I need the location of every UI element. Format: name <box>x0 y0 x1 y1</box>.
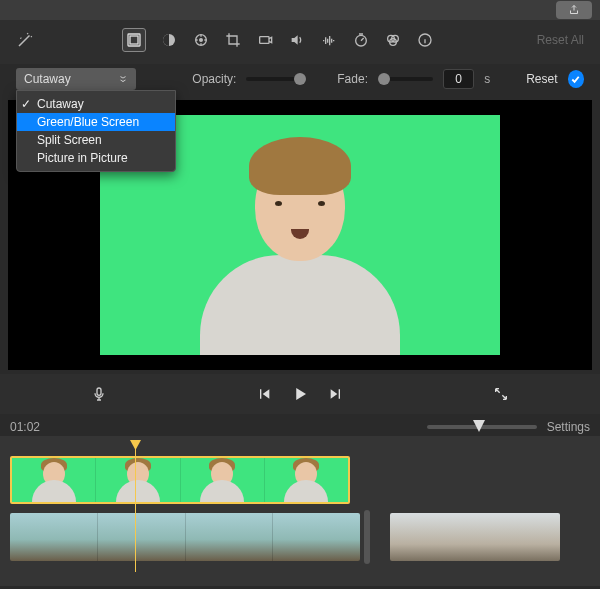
previous-icon[interactable] <box>255 385 273 403</box>
overlay-track <box>10 456 590 504</box>
timeline <box>0 436 600 586</box>
overlay-mode-dropdown: ✓ Cutaway Green/Blue Screen Split Screen… <box>16 90 176 172</box>
inspector-toolbar: Reset All <box>0 20 600 64</box>
reset-all-button[interactable]: Reset All <box>537 33 584 47</box>
fade-slider[interactable] <box>378 77 433 81</box>
noise-eq-icon[interactable] <box>320 31 338 49</box>
color-correction-icon[interactable] <box>192 31 210 49</box>
magic-wand-icon[interactable] <box>16 31 34 49</box>
speed-icon[interactable] <box>352 31 370 49</box>
crop-icon[interactable] <box>224 31 242 49</box>
reset-button[interactable]: Reset <box>526 72 557 86</box>
clip-divider-handle[interactable] <box>364 510 370 564</box>
opacity-slider[interactable] <box>246 77 301 81</box>
opacity-label: Opacity: <box>192 72 236 86</box>
svg-rect-5 <box>260 37 269 44</box>
overlay-controls: Cutaway ✓ Cutaway Green/Blue Screen Spli… <box>0 64 600 100</box>
timeline-ruler: 01:02 Settings <box>0 414 600 436</box>
overlay-settings-icon[interactable] <box>122 28 146 52</box>
preview-subject <box>200 131 400 355</box>
overlay-option-pip[interactable]: Picture in Picture <box>17 149 175 167</box>
zoom-slider[interactable] <box>427 425 537 429</box>
main-clip-2[interactable] <box>390 513 560 561</box>
clip-filter-icon[interactable] <box>384 31 402 49</box>
share-button[interactable] <box>556 1 592 19</box>
apply-check-icon[interactable] <box>568 70 584 88</box>
fade-value[interactable]: 0 <box>443 69 474 89</box>
playhead-line <box>135 448 136 572</box>
overlay-option-splitscreen[interactable]: Split Screen <box>17 131 175 149</box>
overlay-option-greenblue[interactable]: Green/Blue Screen <box>17 113 175 131</box>
info-icon[interactable] <box>416 31 434 49</box>
overlay-option-cutaway[interactable]: ✓ Cutaway <box>17 95 175 113</box>
fade-thumb[interactable] <box>378 73 390 85</box>
volume-icon[interactable] <box>288 31 306 49</box>
check-icon: ✓ <box>21 97 31 111</box>
overlay-mode-selected: Cutaway <box>24 72 71 86</box>
overlay-clip[interactable] <box>10 456 350 504</box>
fade-unit: s <box>484 72 490 86</box>
main-clip-1[interactable] <box>10 513 360 561</box>
play-icon[interactable] <box>291 385 309 403</box>
timecode: 01:02 <box>10 420 40 434</box>
next-icon[interactable] <box>327 385 345 403</box>
transport-bar <box>0 374 600 414</box>
microphone-icon[interactable] <box>90 385 108 403</box>
fade-label: Fade: <box>337 72 368 86</box>
expand-icon[interactable] <box>492 385 510 403</box>
svg-point-4 <box>200 39 203 42</box>
opacity-thumb[interactable] <box>294 73 306 85</box>
svg-rect-11 <box>97 388 101 395</box>
overlay-mode-select[interactable]: Cutaway ✓ Cutaway Green/Blue Screen Spli… <box>16 68 136 90</box>
share-icon <box>568 4 580 16</box>
settings-button[interactable]: Settings <box>547 420 590 434</box>
chevron-down-icon <box>118 74 128 84</box>
zoom-thumb[interactable] <box>473 420 485 432</box>
stabilization-icon[interactable] <box>256 31 274 49</box>
main-track <box>10 510 590 564</box>
color-balance-icon[interactable] <box>160 31 178 49</box>
svg-rect-1 <box>130 36 138 44</box>
